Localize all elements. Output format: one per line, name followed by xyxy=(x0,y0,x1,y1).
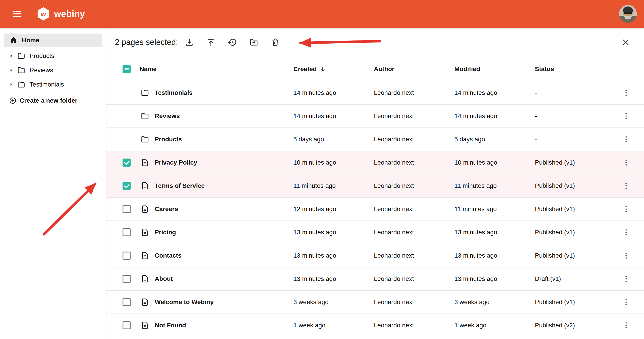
row-author: Leonardo next xyxy=(374,206,454,213)
table-row-contacts[interactable]: Contacts 13 minutes ago Leonardo next 13… xyxy=(106,244,644,268)
column-header-author[interactable]: Author xyxy=(374,66,454,73)
row-status: Published (v1) xyxy=(535,229,616,236)
row-created: 14 minutes ago xyxy=(294,89,374,96)
row-status: - xyxy=(535,89,616,96)
table-row-products[interactable]: Products 5 days ago Leonardo next 5 days… xyxy=(106,128,644,151)
kebab-menu-icon[interactable] xyxy=(622,88,630,97)
row-name[interactable]: Welcome to Webiny xyxy=(155,298,214,306)
caret-right-icon[interactable] xyxy=(9,54,14,58)
tree-item-label: Testimonials xyxy=(30,81,64,88)
row-author: Leonardo next xyxy=(374,229,454,236)
column-header-modified[interactable]: Modified xyxy=(454,66,535,73)
row-modified: 3 weeks ago xyxy=(454,298,535,306)
kebab-menu-icon[interactable] xyxy=(622,112,630,120)
row-checkbox[interactable] xyxy=(122,275,130,283)
column-header-status[interactable]: Status xyxy=(535,66,616,73)
hamburger-menu-icon[interactable] xyxy=(12,8,22,19)
document-icon xyxy=(140,274,149,283)
sort-desc-arrow-icon xyxy=(319,66,326,72)
download-icon[interactable] xyxy=(185,38,194,47)
table-row-testimonials[interactable]: Testimonials 14 minutes ago Leonardo nex… xyxy=(106,82,644,105)
kebab-menu-icon[interactable] xyxy=(622,135,630,144)
column-label: Name xyxy=(140,66,156,73)
row-created: 14 minutes ago xyxy=(294,112,374,120)
kebab-menu-icon[interactable] xyxy=(622,158,630,167)
trash-icon[interactable] xyxy=(270,38,280,47)
kebab-menu-icon[interactable] xyxy=(622,298,630,306)
row-created: 11 minutes ago xyxy=(294,182,374,190)
table-row-careers[interactable]: Careers 12 minutes ago Leonardo next 11 … xyxy=(106,198,644,221)
close-icon[interactable] xyxy=(621,37,630,47)
row-name[interactable]: Careers xyxy=(155,206,178,213)
sidebar-item-products[interactable]: Products xyxy=(0,49,106,63)
row-name[interactable]: Pricing xyxy=(155,229,176,236)
row-created: 5 days ago xyxy=(294,136,374,143)
folder-tree: Products Reviews Testimonials xyxy=(0,49,106,92)
table-row-welcome-to-webiny[interactable]: Welcome to Webiny 3 weeks ago Leonardo n… xyxy=(106,291,644,314)
row-checkbox[interactable] xyxy=(122,298,130,306)
kebab-menu-icon[interactable] xyxy=(622,181,630,190)
table-row-not-found[interactable]: Not Found 1 week ago Leonardo next 1 wee… xyxy=(106,314,644,337)
select-all-checkbox[interactable] xyxy=(122,65,130,73)
restore-icon[interactable] xyxy=(228,38,237,47)
brand-wordmark: webiny xyxy=(54,9,85,19)
row-name[interactable]: Testimonials xyxy=(155,89,192,96)
row-created: 12 minutes ago xyxy=(294,206,374,213)
tree-item-label: Reviews xyxy=(30,67,53,74)
kebab-menu-icon[interactable] xyxy=(622,321,630,330)
kebab-menu-icon[interactable] xyxy=(622,228,630,237)
column-header-name[interactable]: Name xyxy=(140,66,294,73)
column-label: Modified xyxy=(454,66,480,73)
row-checkbox[interactable] xyxy=(122,228,130,236)
row-name[interactable]: Contacts xyxy=(155,252,182,259)
row-name[interactable]: Products xyxy=(155,136,182,143)
kebab-menu-icon[interactable] xyxy=(622,204,630,214)
table-row-reviews[interactable]: Reviews 14 minutes ago Leonardo next 14 … xyxy=(106,105,644,128)
table-row-about[interactable]: About 13 minutes ago Leonardo next 13 mi… xyxy=(106,268,644,291)
kebab-menu-icon[interactable] xyxy=(622,274,630,283)
caret-right-icon[interactable] xyxy=(9,68,14,73)
table-row-pricing[interactable]: Pricing 13 minutes ago Leonardo next 13 … xyxy=(106,221,644,244)
sidebar: Home Products Reviews Testimonials Creat… xyxy=(0,28,106,339)
sidebar-home-label: Home xyxy=(22,37,39,44)
create-folder-button[interactable]: Create a new folder xyxy=(0,94,106,108)
sidebar-item-home[interactable]: Home xyxy=(4,34,102,47)
row-checkbox[interactable] xyxy=(122,158,130,166)
plus-circle-icon xyxy=(9,97,16,104)
sidebar-item-testimonials[interactable]: Testimonials xyxy=(0,77,106,92)
row-name[interactable]: Terms of Service xyxy=(155,182,205,190)
row-modified: 14 minutes ago xyxy=(454,89,535,96)
row-status: Published (v1) xyxy=(535,252,616,259)
row-checkbox[interactable] xyxy=(122,182,130,190)
home-icon xyxy=(10,36,18,44)
folder-icon xyxy=(17,52,26,60)
row-checkbox[interactable] xyxy=(122,252,130,260)
column-label: Status xyxy=(535,66,554,73)
row-name[interactable]: Not Found xyxy=(155,322,186,329)
row-author: Leonardo next xyxy=(374,322,454,329)
row-author: Leonardo next xyxy=(374,112,454,120)
row-name[interactable]: Privacy Policy xyxy=(155,159,197,166)
webiny-logo[interactable]: w xyxy=(37,7,50,20)
publish-icon[interactable] xyxy=(206,38,216,47)
table-row-privacy-policy[interactable]: Privacy Policy 10 minutes ago Leonardo n… xyxy=(106,151,644,174)
row-created: 1 week ago xyxy=(294,322,374,329)
row-name[interactable]: Reviews xyxy=(155,112,180,120)
row-author: Leonardo next xyxy=(374,252,454,259)
column-header-created[interactable]: Created xyxy=(294,66,374,73)
row-checkbox[interactable] xyxy=(122,321,130,330)
row-status: Published (v1) xyxy=(535,159,616,166)
row-name[interactable]: About xyxy=(155,275,173,282)
row-modified: 1 week ago xyxy=(454,322,535,329)
kebab-menu-icon[interactable] xyxy=(622,251,630,260)
row-checkbox[interactable] xyxy=(122,205,130,213)
row-author: Leonardo next xyxy=(374,89,454,96)
sidebar-item-reviews[interactable]: Reviews xyxy=(0,63,106,77)
move-to-folder-icon[interactable] xyxy=(249,38,258,47)
document-icon xyxy=(140,321,149,330)
document-icon xyxy=(140,298,149,306)
user-avatar[interactable] xyxy=(619,5,637,23)
table-row-terms-of-service[interactable]: Terms of Service 11 minutes ago Leonardo… xyxy=(106,174,644,198)
caret-right-icon[interactable] xyxy=(9,82,14,87)
column-label: Created xyxy=(294,66,317,73)
